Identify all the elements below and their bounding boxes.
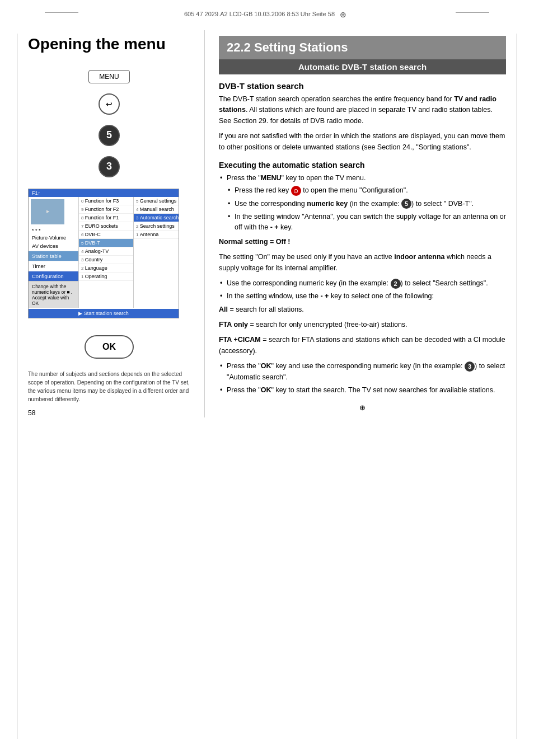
sub-step-numeric: Use the corresponding numeric key (in th… xyxy=(227,199,506,209)
menu-diagram: MENU ↩ 5 3 xyxy=(28,70,190,177)
sub-step-red-key: Press the red key ⊙ to open the menu "Co… xyxy=(227,185,506,196)
dvb-c[interactable]: 6 DVB-C xyxy=(79,231,133,239)
step5-button[interactable]: 5 xyxy=(99,125,120,146)
normal-setting: Normal setting = Off ! xyxy=(219,237,506,247)
dvbt-heading: DVB-T station search xyxy=(219,81,506,91)
bottom-reg-mark: ⊕ xyxy=(219,398,506,417)
menu-key-label: MENU xyxy=(88,70,129,83)
num3-icon: 3 xyxy=(465,361,475,372)
steps3-list: Press the "OK" key and use the correspon… xyxy=(219,361,506,396)
header-text: 605 47 2029.A2 LCD-GB 10.03.2006 8:53 Uh… xyxy=(184,11,335,17)
exec-heading: Executing the automatic station search xyxy=(219,161,506,170)
right-column: 22.2 Setting Stations Automatic DVB-T st… xyxy=(208,30,506,417)
stars-row: * * * xyxy=(29,227,78,234)
step-ok-automatic: Press the "OK" key and use the correspon… xyxy=(219,361,506,383)
picture-vol: Picture-Volume xyxy=(29,234,78,241)
manuall-search[interactable]: 4 Manuall search xyxy=(134,205,179,214)
ftacicam-option: FTA +CICAM = search for FTA stations and… xyxy=(219,335,506,356)
reg-mark-center xyxy=(339,10,348,19)
func-f3[interactable]: 0 Function for F3 xyxy=(79,197,133,205)
tv-menu-header: F1↑ xyxy=(29,189,179,197)
bottom-cross-icon: ⊕ xyxy=(359,403,366,412)
start-search-bar[interactable]: ▶ Start stadion search xyxy=(29,309,179,318)
left-column: Opening the menu MENU ↩ 5 3 F1↑ ▶ xyxy=(28,30,202,417)
country[interactable]: 3 Country xyxy=(79,256,133,264)
euro-sockets[interactable]: 7 EURO sockets xyxy=(79,222,133,231)
step-ok-start: Press the "OK" key to start the search. … xyxy=(219,385,506,396)
section-header: 22.2 Setting Stations xyxy=(219,36,506,59)
steps-list: Press the "MENU" key to open the TV menu… xyxy=(219,173,506,233)
step-open-menu: Press the "MENU" key to open the TV menu… xyxy=(219,173,506,233)
automatic-search[interactable]: 3 Automatic search xyxy=(134,214,179,222)
station-table-item[interactable]: Station table xyxy=(29,251,78,261)
page-number: 58 xyxy=(28,409,190,417)
antenna[interactable]: 1 Antenna xyxy=(134,231,179,239)
footnote: The number of subjects and sections depe… xyxy=(28,370,190,403)
sub-header: Automatic DVB-T station search xyxy=(219,59,506,74)
column-divider xyxy=(204,30,205,417)
dvb-t[interactable]: 5 DVB-T xyxy=(79,239,133,247)
operating[interactable]: 1 Operating xyxy=(79,273,133,281)
analog-tv[interactable]: 4 Analog-TV xyxy=(79,247,133,256)
sub-steps: Press the red key ⊙ to open the menu "Co… xyxy=(227,185,506,233)
dvbt-para2: If you are not satisfied with the order … xyxy=(219,131,506,153)
red-circle-icon: ⊙ xyxy=(291,186,301,196)
return-button[interactable]: ↩ xyxy=(99,93,120,115)
return-icon: ↩ xyxy=(106,100,113,109)
step5-label: 5 xyxy=(106,129,112,141)
search-settings[interactable]: 2 Search settings xyxy=(134,222,179,231)
ok-button[interactable]: OK xyxy=(85,335,134,359)
tv-thumbnail: ▶ xyxy=(31,199,64,224)
fta-option: FTA only = search for only unencrypted (… xyxy=(219,320,506,330)
normal-para: The setting "On" may be used only if you… xyxy=(219,252,506,274)
all-option: All = search for all stations. xyxy=(219,304,506,315)
num2-icon: 2 xyxy=(391,279,401,289)
ok-button-wrap: OK xyxy=(28,335,190,359)
timer-item[interactable]: Timer xyxy=(29,261,78,271)
step3-button[interactable]: 3 xyxy=(99,156,120,177)
tv-menu-header-label: F1↑ xyxy=(32,190,40,196)
step3-label: 3 xyxy=(106,161,112,172)
left-title: Opening the menu xyxy=(28,36,190,53)
general-settings[interactable]: 5 General settings xyxy=(134,197,179,205)
step-search-settings: Use the corresponding numeric key (in th… xyxy=(219,278,506,289)
tv-menu-screenshot: F1↑ ▶ * * * Picture-Volume AV devices St… xyxy=(28,189,179,318)
sub-step-antenna: In the setting window "Antenna", you can… xyxy=(227,212,506,233)
num5-icon: 5 xyxy=(401,199,411,209)
func-f2[interactable]: 9 Function for F2 xyxy=(79,205,133,214)
steps2-list: Use the corresponding numeric key (in th… xyxy=(219,278,506,302)
tv-menu-hint: Change with the numeric keys or ■ . Acce… xyxy=(29,281,78,308)
configuration-item[interactable]: Configuration xyxy=(29,271,78,281)
language[interactable]: 2 Language xyxy=(79,264,133,273)
func-f1[interactable]: 8 Function for F1 xyxy=(79,214,133,222)
av-devices-item[interactable]: AV devices xyxy=(29,241,78,251)
page-header: 605 47 2029.A2 LCD-GB 10.03.2006 8:53 Uh… xyxy=(0,0,534,25)
dvbt-para1: The DVB-T station search operation searc… xyxy=(219,94,506,126)
step-select-key: In the setting window, use the - + key t… xyxy=(219,291,506,302)
